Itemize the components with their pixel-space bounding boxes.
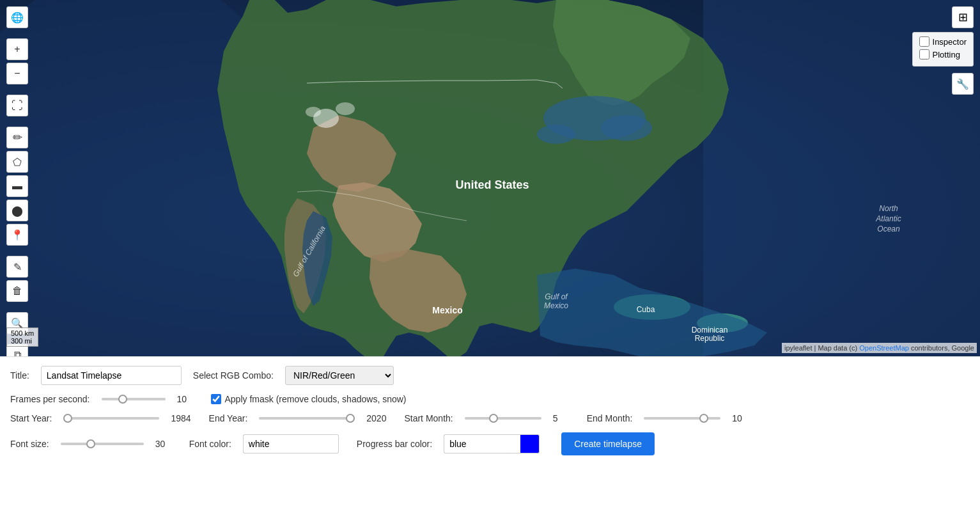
progress-bar-input[interactable]: [444, 434, 520, 453]
inspector-checkbox-label[interactable]: Inspector: [919, 36, 967, 47]
wrench-icon: 🔧: [956, 78, 969, 90]
plotting-label: Plotting: [933, 50, 960, 59]
start-year-slider[interactable]: [63, 417, 159, 420]
fullscreen-icon: ⛶: [12, 99, 23, 113]
edit-icon: ✎: [13, 261, 22, 273]
font-color-input[interactable]: [243, 434, 320, 453]
rgb-select[interactable]: NIR/Red/Green Red/Green/Blue SWIR2/SWIR1…: [285, 366, 394, 385]
fullscreen-button[interactable]: ⛶: [6, 95, 28, 116]
svg-point-9: [336, 102, 355, 115]
attribution-text: ipyleaflet | Map data (c): [784, 344, 859, 352]
controls-panel: Title: Select RGB Combo: NIR/Red/Green R…: [0, 356, 980, 462]
marker-icon: 📍: [11, 229, 24, 241]
wrench-button[interactable]: 🔧: [952, 73, 974, 95]
attribution-suffix: contributors, Google: [909, 344, 974, 352]
inspector-checkbox[interactable]: [919, 36, 929, 47]
title-input[interactable]: [41, 366, 182, 385]
pencil-icon: ✏: [13, 130, 22, 145]
plotting-checkbox[interactable]: [919, 49, 929, 59]
end-month-slider-container: [644, 417, 720, 420]
zoom-out-button[interactable]: −: [6, 63, 28, 84]
delete-icon: 🗑: [12, 285, 22, 297]
fmask-checkbox[interactable]: [211, 394, 221, 404]
end-year-slider[interactable]: [259, 417, 355, 420]
rgb-label: Select RGB Combo:: [193, 370, 274, 381]
font-size-slider-container: [61, 443, 144, 445]
fps-slider-container: [102, 398, 166, 400]
row-fps-fmask: Frames per second: 10 Apply fmask (remov…: [10, 394, 970, 404]
delete-button[interactable]: 🗑: [6, 280, 28, 302]
end-month-slider[interactable]: [644, 417, 720, 420]
title-label: Title:: [10, 370, 29, 381]
draw-circle-button[interactable]: ⬤: [6, 200, 28, 221]
osm-link[interactable]: OpenStreetMap: [859, 344, 909, 352]
map-attribution: ipyleaflet | Map data (c) OpenStreetMap …: [782, 343, 977, 353]
map-toolbar: 🌐 + − ⛶ ✏ ⬠ ▬ ⬤ 📍 ✎: [6, 6, 28, 356]
plotting-checkbox-label[interactable]: Plotting: [919, 49, 967, 59]
zoom-in-icon: +: [14, 43, 20, 55]
layers-icon: ⊞: [958, 10, 968, 24]
scale-mi: 300 mi: [11, 337, 34, 345]
end-month-display: 10: [732, 413, 748, 423]
font-color-swatch[interactable]: [320, 434, 339, 453]
font-size-slider[interactable]: [61, 443, 144, 445]
font-color-input-group: [243, 434, 339, 453]
font-size-label: Font size:: [10, 439, 49, 449]
start-month-display: 5: [553, 413, 569, 423]
svg-point-5: [537, 125, 575, 144]
font-size-display: 30: [155, 439, 171, 449]
row-title-rgb: Title: Select RGB Combo: NIR/Red/Green R…: [10, 366, 970, 385]
start-month-slider[interactable]: [465, 417, 541, 420]
start-year-display: 1984: [171, 413, 191, 423]
map-view[interactable]: United States Mexico Cuba Gulf of Mexico…: [0, 0, 980, 356]
inspector-panel: Inspector Plotting: [912, 32, 974, 67]
end-month-label: End Month:: [587, 413, 633, 423]
row-font-color-create: Font size: 30 Font color: Progress bar c…: [10, 432, 970, 455]
draw-polygon-button[interactable]: ⬠: [6, 151, 28, 173]
font-color-label: Font color:: [189, 439, 231, 449]
zoom-out-icon: −: [14, 68, 20, 79]
layers-side-icon: ⧉: [14, 349, 21, 356]
start-year-label: Start Year:: [10, 413, 52, 423]
polygon-icon: ⬠: [13, 156, 22, 168]
fmask-group: Apply fmask (remove clouds, shadows, sno…: [211, 394, 407, 404]
svg-point-10: [306, 107, 321, 117]
layers-button[interactable]: ⊞: [952, 6, 974, 28]
progress-bar-swatch[interactable]: [520, 434, 540, 453]
svg-point-4: [601, 115, 652, 141]
globe-icon: 🌐: [11, 12, 24, 24]
scale-km: 500 km: [11, 329, 34, 337]
draw-rectangle-button[interactable]: ▬: [6, 175, 28, 197]
globe-button[interactable]: 🌐: [6, 6, 28, 28]
end-year-label: End Year:: [209, 413, 248, 423]
zoom-in-button[interactable]: +: [6, 38, 28, 60]
start-month-slider-container: [465, 417, 541, 420]
start-month-label: Start Month:: [404, 413, 453, 423]
end-year-display: 2020: [366, 413, 386, 423]
inspector-label: Inspector: [933, 37, 967, 47]
draw-line-button[interactable]: ✏: [6, 127, 28, 148]
scale-bar: 500 km 300 mi: [6, 327, 38, 347]
progress-bar-color-group: [444, 434, 540, 453]
end-year-slider-container: [259, 417, 355, 420]
map-top-right: ⊞ Inspector Plotting 🔧: [912, 6, 974, 95]
create-timelapse-button[interactable]: Create timelapse: [561, 432, 655, 455]
draw-marker-button[interactable]: 📍: [6, 224, 28, 246]
row-years-months: Start Year: 1984 End Year: 2020 Start Mo…: [10, 413, 970, 423]
fps-value-display: 10: [177, 394, 193, 404]
start-year-slider-container: [63, 417, 159, 420]
fmask-label: Apply fmask (remove clouds, shadows, sno…: [225, 394, 407, 404]
circle-icon: ⬤: [12, 205, 23, 217]
fps-label: Frames per second:: [10, 394, 90, 404]
edit-button[interactable]: ✎: [6, 256, 28, 278]
rectangle-icon: ▬: [12, 180, 22, 192]
progress-bar-label: Progress bar color:: [357, 439, 432, 449]
fps-slider[interactable]: [102, 398, 166, 400]
